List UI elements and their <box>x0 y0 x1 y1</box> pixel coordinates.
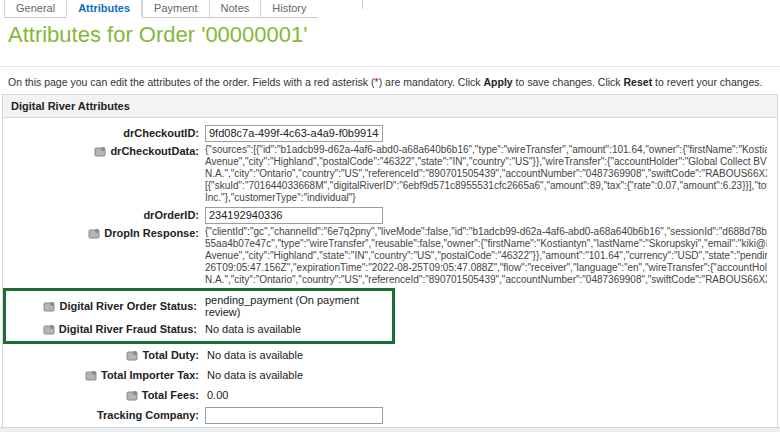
total-fees-label: Total Fees: <box>142 389 199 401</box>
tracking-company-label: Tracking Company: <box>3 409 205 421</box>
field-row-tracking-company: Tracking Company: <box>3 406 777 424</box>
attribute-icon <box>88 228 101 239</box>
field-row-dropin-response: DropIn Response: {"clientId":"gc","chann… <box>3 226 777 286</box>
fraud-status-label: Digital River Fraud Status: <box>59 323 197 335</box>
tab-notes[interactable]: Notes <box>209 0 261 18</box>
json-line: Avenue","city":"Highland","postalCode":"… <box>205 156 767 168</box>
drcheckoutdata-label-wrap: drCheckoutData: <box>3 144 205 157</box>
dropin-label: DropIn Response: <box>104 227 199 239</box>
field-row-total-duty: Total Duty: No data is available <box>3 346 777 364</box>
drorderid-input[interactable] <box>205 207 383 224</box>
drcheckoutid-label: drCheckoutID: <box>3 127 205 139</box>
help-part3: to save changes. Click <box>513 76 624 88</box>
page-title: Attributes for Order '00000001' <box>8 22 307 48</box>
digital-river-attributes-section: Digital River Attributes drCheckoutID: d… <box>2 94 778 432</box>
order-status-label: Digital River Order Status: <box>59 300 197 312</box>
tracking-company-input[interactable] <box>205 407 383 424</box>
next-section-edge <box>0 427 780 432</box>
help-part2: ) are mandatory. Click <box>379 76 484 88</box>
order-tabs: General Attributes Payment Notes History <box>4 0 318 18</box>
status-highlight-box: Digital River Order Status: pending_paym… <box>3 288 395 344</box>
json-line: 26T09:05:47.156Z","expirationTime":"2022… <box>205 262 767 274</box>
fraud-status-label-wrap: Digital River Fraud Status: <box>6 323 203 335</box>
attribute-icon <box>94 146 107 157</box>
dropin-value: {"clientId":"gc","channelId":"6e7q2pny",… <box>205 226 767 286</box>
field-row-total-fees: Total Fees: 0.00 <box>3 386 777 404</box>
total-fees-label-wrap: Total Fees: <box>3 389 205 401</box>
attribute-icon <box>126 390 139 401</box>
json-line: N.A.","city":"Ontario","country":"US","r… <box>205 274 767 286</box>
total-duty-label-wrap: Total Duty: <box>3 349 205 361</box>
dropin-label-wrap: DropIn Response: <box>3 226 205 239</box>
total-importer-tax-label-wrap: Total Importer Tax: <box>3 369 205 381</box>
total-importer-tax-value: No data is available <box>205 369 303 381</box>
field-row-drcheckoutid: drCheckoutID: <box>3 124 777 142</box>
total-duty-value: No data is available <box>205 349 303 361</box>
json-line: 55aa4b07e47c","type":"wireTransfer","reu… <box>205 238 767 250</box>
help-apply-word: Apply <box>483 76 512 88</box>
field-row-fraud-status: Digital River Fraud Status: No data is a… <box>6 320 392 338</box>
tab-attributes[interactable]: Attributes <box>66 0 142 18</box>
tab-history[interactable]: History <box>260 0 317 18</box>
attribute-icon <box>43 324 56 335</box>
drcheckoutid-input[interactable] <box>205 125 383 142</box>
top-border-fragment <box>362 0 363 9</box>
drorderid-label: drOrderID: <box>3 209 205 221</box>
divider <box>0 66 780 67</box>
order-attributes-page: General Attributes Payment Notes History… <box>0 0 780 432</box>
field-row-order-status: Digital River Order Status: pending_paym… <box>6 294 392 318</box>
section-header: Digital River Attributes <box>3 95 777 118</box>
attribute-icon <box>43 301 56 312</box>
tab-payment[interactable]: Payment <box>142 0 208 18</box>
help-text: On this page you can edit the attributes… <box>8 76 772 88</box>
drcheckoutdata-value: {"sources":[{"id":"b1adcb99-d62a-4af6-ab… <box>205 144 767 204</box>
attribute-icon <box>85 370 98 381</box>
tab-general[interactable]: General <box>4 0 66 18</box>
json-line: N.A.","city":"Ontario","country":"US","r… <box>205 168 767 180</box>
field-row-total-importer-tax: Total Importer Tax: No data is available <box>3 366 777 384</box>
total-duty-label: Total Duty: <box>142 349 199 361</box>
attribute-icon <box>126 350 139 361</box>
order-status-value: pending_payment (On payment review) <box>203 294 392 318</box>
total-fees-value: 0.00 <box>205 389 228 401</box>
help-part1: On this page you can edit the attributes… <box>8 76 375 88</box>
field-row-drorderid: drOrderID: <box>3 206 777 224</box>
drcheckoutdata-label: drCheckoutData: <box>110 145 199 157</box>
fraud-status-value: No data is available <box>203 323 301 335</box>
section-body: drCheckoutID: drCheckoutData: {"sources"… <box>3 118 777 432</box>
help-reset-word: Reset <box>624 76 653 88</box>
field-row-drcheckoutdata: drCheckoutData: {"sources":[{"id":"b1adc… <box>3 144 777 204</box>
total-importer-tax-label: Total Importer Tax: <box>101 369 199 381</box>
json-line: {"clientId":"gc","channelId":"6e7q2pny",… <box>205 226 767 238</box>
json-line: {"sources":[{"id":"b1adcb99-d62a-4af6-ab… <box>205 144 767 156</box>
help-part4: to revert your changes. <box>652 76 762 88</box>
json-line: [{"skuId":"701644033668M","digitalRiverI… <box>205 180 767 192</box>
json-line: Avenue","city":"Highland","state":"IN","… <box>205 250 767 262</box>
json-line: Inc."},"customerType":"individual"} <box>205 192 767 204</box>
order-status-label-wrap: Digital River Order Status: <box>6 300 203 312</box>
